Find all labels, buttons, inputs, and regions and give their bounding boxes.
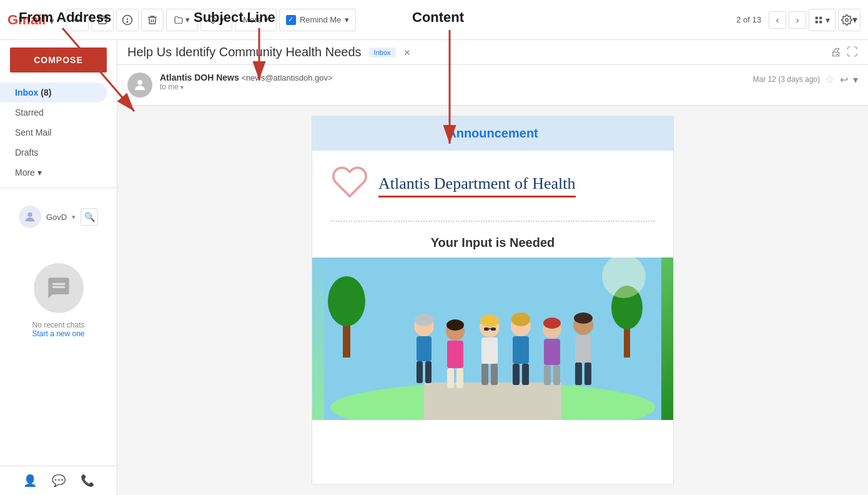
sender-name-line: Atlantis DOH News <news@atlantisdoh.gov> (160, 72, 746, 82)
svg-point-17 (328, 276, 365, 326)
phone-icon[interactable]: 📞 (81, 474, 94, 488)
avatar[interactable] (19, 206, 41, 228)
svg-rect-50 (575, 362, 582, 385)
gmail-dropdown-arrow[interactable]: ▾ (49, 16, 54, 26)
contacts-icon[interactable]: 👤 (23, 474, 37, 488)
expand-icon[interactable]: ⛶ (847, 46, 858, 59)
star-icon[interactable]: ☆ (825, 72, 835, 86)
sidebar: COMPOSE Inbox (8) Starred Sent Mail Draf… (0, 40, 117, 495)
svg-rect-9 (819, 21, 822, 23)
sender-info: Atlantis DOH News <news@atlantisdoh.gov>… (160, 72, 746, 91)
svg-rect-27 (447, 368, 454, 388)
email-date-area: Mar 12 (3 days ago) ☆ ↩ ▾ (753, 72, 858, 86)
chat-section: GovD ▾ 🔍 No recent chats Start a new one (0, 193, 117, 466)
prev-email-button[interactable]: ‹ (769, 11, 786, 29)
main-area: COMPOSE Inbox (8) Starred Sent Mail Draf… (0, 40, 868, 495)
announcement-header: Announcement (312, 116, 673, 151)
svg-point-29 (446, 319, 464, 331)
email-area: Help Us Identify Community Health Needs … (117, 40, 868, 495)
no-chats-label: No recent chats (32, 321, 84, 329)
svg-rect-28 (456, 368, 463, 388)
delete-button[interactable] (141, 9, 164, 31)
sidebar-item-sent[interactable]: Sent Mail (0, 122, 107, 142)
report-button[interactable] (116, 9, 139, 31)
svg-rect-6 (816, 16, 818, 19)
svg-point-4 (127, 21, 129, 22)
community-image (312, 258, 673, 420)
sidebar-item-starred[interactable]: Starred (0, 102, 107, 122)
sidebar-item-drafts[interactable]: Drafts (0, 142, 107, 162)
org-logo-section: Atlantis Department of Health (312, 151, 673, 214)
more-button[interactable]: More ▾ (235, 9, 277, 31)
remind-me-button[interactable]: ✓ Remind Me ▾ (279, 9, 356, 31)
org-name-block: Atlantis Department of Health (378, 174, 576, 198)
remind-checkbox: ✓ (286, 15, 296, 25)
view-options-button[interactable]: ▾ (809, 9, 836, 31)
compose-button[interactable]: COMPOSE (10, 48, 107, 72)
next-email-button[interactable]: › (789, 11, 806, 29)
svg-rect-41 (522, 364, 529, 385)
settings-button[interactable]: ▾ (838, 9, 861, 31)
svg-rect-51 (584, 362, 591, 385)
svg-rect-7 (819, 16, 822, 19)
svg-rect-21 (417, 336, 432, 361)
to-me-dropdown[interactable]: ▾ (180, 84, 184, 91)
folder-button[interactable]: ▾ (166, 9, 198, 31)
sender-avatar (127, 72, 152, 98)
email-subject: Help Us Identify Community Health Needs (127, 45, 362, 59)
toolbar: Gmail ▾ ↩ ▾ ▾ More ▾ ✓ Remind Me ▾ (0, 0, 868, 40)
reply-button-header[interactable]: ↩ (840, 74, 848, 86)
svg-point-12 (137, 80, 142, 85)
svg-point-24 (415, 314, 433, 326)
sidebar-bottom-icons: 👤 💬 📞 (0, 466, 117, 495)
svg-rect-40 (513, 364, 520, 385)
user-profile-area: GovD ▾ 🔍 (19, 206, 98, 228)
pagination-text: 2 of 13 (736, 15, 761, 24)
org-name: Atlantis Department of Health (378, 174, 576, 193)
svg-rect-45 (544, 365, 551, 385)
svg-rect-31 (481, 338, 498, 364)
dotted-divider (331, 221, 654, 222)
svg-point-11 (27, 212, 32, 217)
sender-name: Atlantis DOH News (160, 72, 239, 82)
your-input-heading: Your Input is Needed (312, 228, 673, 258)
svg-rect-49 (575, 335, 591, 362)
tag-button[interactable]: ▾ (200, 9, 232, 31)
email-header: Atlantis DOH News <news@atlantisdoh.gov>… (117, 65, 868, 106)
svg-point-47 (543, 318, 561, 329)
start-new-chat-link[interactable]: Start a new one (32, 329, 84, 338)
print-icon[interactable]: 🖨 (831, 46, 842, 59)
svg-rect-32 (481, 364, 488, 385)
svg-rect-33 (491, 364, 498, 385)
more-options-button[interactable]: ▾ (853, 74, 858, 86)
svg-rect-44 (544, 339, 560, 365)
sidebar-more-button[interactable]: More ▾ (0, 162, 117, 182)
chat-bubble-icon (34, 263, 84, 313)
sidebar-item-inbox[interactable]: Inbox (8) (0, 82, 107, 102)
chat-search-button[interactable]: 🔍 (81, 208, 98, 226)
svg-rect-39 (513, 336, 529, 364)
announcement-title: Announcement (447, 126, 538, 140)
user-name-label[interactable]: GovD (46, 212, 67, 222)
svg-point-34 (480, 314, 499, 327)
gmail-logo[interactable]: Gmail ▾ (7, 12, 54, 28)
inbox-tag-close[interactable]: ✕ (403, 48, 411, 58)
to-me-label: to me ▾ (160, 82, 746, 91)
subject-bar: Help Us Identify Community Health Needs … (117, 40, 868, 65)
svg-rect-26 (447, 341, 463, 368)
heart-icon (331, 163, 368, 208)
svg-rect-46 (553, 365, 560, 385)
email-body: Announcement Atlantis Department of Heal… (117, 106, 868, 495)
sender-email: <news@atlantisdoh.gov> (241, 73, 332, 82)
chat-icon[interactable]: 💬 (52, 474, 66, 488)
user-dropdown-arrow[interactable]: ▾ (72, 213, 76, 221)
svg-point-42 (511, 312, 530, 326)
svg-rect-8 (816, 21, 818, 23)
remind-dropdown-arrow[interactable]: ▾ (345, 15, 349, 24)
svg-rect-36 (491, 328, 496, 331)
archive-button[interactable] (91, 9, 114, 31)
svg-point-52 (574, 312, 593, 324)
reply-button[interactable]: ↩ (66, 9, 89, 31)
no-chats-section: No recent chats Start a new one (32, 263, 84, 338)
email-date: Mar 12 (3 days ago) (753, 75, 820, 84)
